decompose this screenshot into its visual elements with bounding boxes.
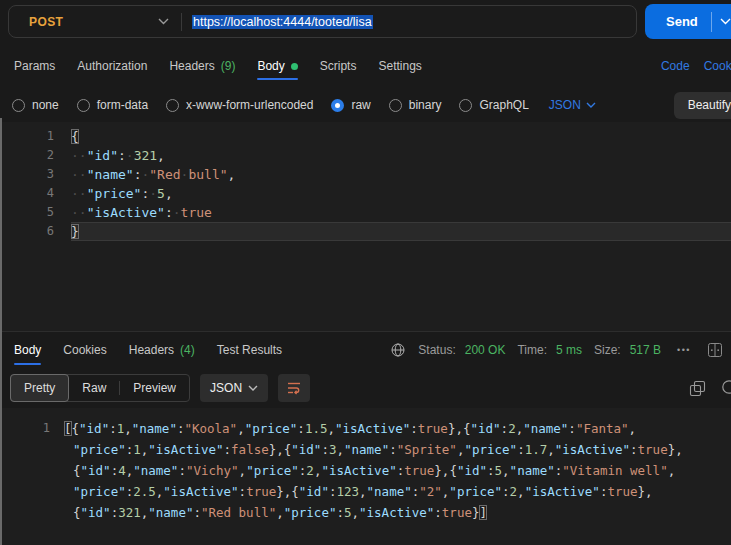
view-raw[interactable]: Raw [69, 375, 119, 401]
search-icon[interactable] [721, 379, 731, 397]
token-num: 321 [118, 505, 141, 520]
response-meta: Status: 200 OK Time: 5 ms Size: 517 B ••… [390, 342, 731, 358]
token-key: "name" [344, 442, 389, 457]
radio-icon [12, 99, 25, 112]
body-type-binary[interactable]: binary [389, 98, 442, 112]
more-dots-icon[interactable]: ••• [677, 345, 691, 355]
tab-test-results[interactable]: Test Results [217, 332, 282, 368]
split-pane-icon[interactable] [707, 342, 723, 358]
line-code: {"id":4,"name":"Vichy","price":2,"isActi… [64, 460, 675, 481]
radio-label: binary [409, 98, 442, 112]
line-code: } [71, 222, 731, 241]
chevron-down-icon[interactable] [720, 18, 731, 25]
raw-language-select[interactable]: JSON [549, 98, 596, 112]
tab-label: Test Results [217, 343, 282, 357]
editor-line[interactable]: 4··"price":·5, [0, 184, 731, 203]
copy-icon[interactable] [689, 380, 706, 397]
token-key: "id" [87, 148, 118, 163]
wrap-text-button[interactable] [278, 374, 310, 402]
left-scrollbar-strip[interactable] [0, 118, 2, 545]
token-pun: , [629, 421, 637, 436]
url-input[interactable]: https://localhost:4444/tooted/lisa [182, 15, 636, 29]
token-pun: : [165, 205, 173, 220]
token-pun: { [73, 505, 81, 520]
token-ws: ·· [71, 167, 87, 182]
editor-line[interactable]: 3··"name":·"Red·bull", [0, 165, 731, 184]
wrap-text-icon [286, 380, 302, 396]
tab-settings[interactable]: Settings [378, 44, 421, 88]
body-type-none[interactable]: none [12, 98, 59, 112]
editor-line[interactable]: 5··"isActive":·true [0, 203, 731, 222]
method-selector[interactable]: POST [9, 6, 181, 37]
radio-icon [459, 99, 472, 112]
token-pun: : [118, 148, 126, 163]
status-value[interactable]: 200 OK [465, 343, 506, 357]
tab-count-badge: (9) [221, 59, 236, 73]
token-brk: { [71, 129, 79, 144]
tab-params[interactable]: Params [14, 44, 55, 88]
line-code: { [71, 127, 731, 146]
tab-label: Authorization [77, 59, 147, 73]
token-key: "id" [291, 442, 321, 457]
send-button[interactable]: Send [645, 4, 731, 39]
response-language-select[interactable]: JSON [200, 374, 268, 402]
token-key: "price" [73, 484, 126, 499]
tab-label: Scripts [320, 59, 357, 73]
token-pun: },{ [276, 484, 299, 499]
editor-line[interactable]: 6} [0, 222, 731, 241]
token-key: "id" [457, 463, 487, 478]
time-value[interactable]: 5 ms [556, 343, 582, 357]
view-preview[interactable]: Preview [120, 375, 189, 401]
cookies-link[interactable]: Cookies [704, 59, 731, 73]
token-ws: ·· [71, 186, 87, 201]
token-pun: , [237, 421, 245, 436]
token-pun: , [165, 186, 173, 201]
token-num: 5 [344, 505, 352, 520]
body-type-raw[interactable]: raw [331, 98, 370, 112]
tab-body[interactable]: Body [14, 332, 41, 368]
token-pun: },{ [269, 442, 292, 457]
token-key: "isActive" [335, 421, 410, 436]
token-pun: : [178, 463, 186, 478]
token-num: 1.7 [525, 442, 548, 457]
token-pun: }, [638, 484, 653, 499]
tab-headers[interactable]: Headers(9) [169, 44, 235, 88]
token-pun: : [502, 484, 510, 499]
token-pun: : [487, 463, 495, 478]
token-key: "price" [87, 186, 142, 201]
tab-scripts[interactable]: Scripts [320, 44, 357, 88]
response-language-label: JSON [210, 381, 242, 395]
body-type-form-data[interactable]: form-data [77, 98, 148, 112]
token-brk: ] [479, 505, 487, 520]
token-str: "2" [419, 484, 442, 499]
token-key: "isActive" [163, 484, 238, 499]
tab-authorization[interactable]: Authorization [77, 44, 147, 88]
request-links: CodeCookies [661, 59, 731, 73]
body-type-graphql[interactable]: GraphQL [459, 98, 528, 112]
token-key: "isActive" [87, 205, 165, 220]
tab-cookies[interactable]: Cookies [63, 332, 106, 368]
request-body-editor[interactable]: 1{2··"id":·321,3··"name":·"Red·bull",4··… [0, 122, 731, 331]
editor-line[interactable]: 2··"id":·321, [0, 146, 731, 165]
editor-line[interactable]: 1{ [0, 127, 731, 146]
line-number [0, 460, 64, 481]
line-code: [{"id":1,"name":"Koola","price":1.5,"isA… [64, 418, 636, 439]
size-value[interactable]: 517 B [630, 343, 661, 357]
code-link[interactable]: Code [661, 59, 690, 73]
tab-headers[interactable]: Headers(4) [129, 332, 195, 368]
response-body[interactable]: 1[{"id":1,"name":"Koola","price":1.5,"is… [0, 408, 731, 545]
tab-label: Params [14, 59, 55, 73]
token-pun: , [502, 463, 510, 478]
radio-label: form-data [97, 98, 148, 112]
api-client-window: POST https://localhost:4444/tooted/lisa … [0, 0, 731, 545]
token-bool: true [418, 421, 448, 436]
token-str: "Koola" [184, 421, 237, 436]
beautify-button[interactable]: Beautify [674, 92, 731, 119]
tab-body[interactable]: Body [257, 44, 297, 88]
response-toolbar-right [689, 379, 729, 397]
token-pun: , [517, 484, 525, 499]
body-type-x-www-form-urlencoded[interactable]: x-www-form-urlencoded [166, 98, 313, 112]
request-tabs-items: ParamsAuthorizationHeaders(9)BodyScripts… [14, 44, 422, 88]
token-pun: , [547, 442, 555, 457]
view-pretty[interactable]: Pretty [10, 374, 69, 402]
